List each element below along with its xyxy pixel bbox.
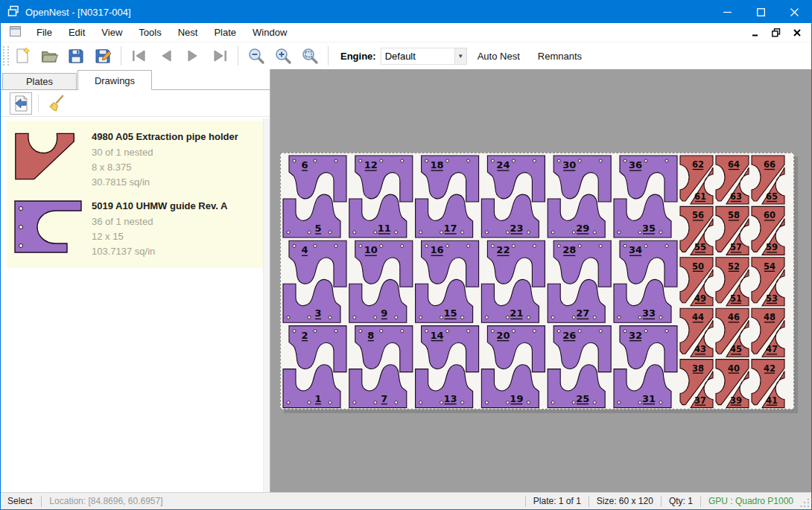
nest-pair-red[interactable]: 38 37 bbox=[680, 360, 713, 408]
drawing-nested-count: 36 of 1 nested bbox=[92, 214, 258, 229]
sidebar: Plates Drawings 4980 A05 Extraction pipe… bbox=[1, 69, 270, 492]
menu-item-window[interactable]: Window bbox=[244, 24, 295, 41]
drawing-item[interactable]: 4980 A05 Extraction pipe holder 30 of 1 … bbox=[10, 125, 261, 194]
nest-pair-purple[interactable]: 36 35 bbox=[614, 156, 677, 238]
nest-pair-purple[interactable]: 8 7 bbox=[349, 326, 413, 408]
menu-item-tools[interactable]: Tools bbox=[130, 24, 169, 41]
maximize-icon[interactable] bbox=[744, 1, 778, 23]
nest-pair-red[interactable]: 44 43 bbox=[680, 308, 713, 357]
plate-count-label: Plate: 1 of 1 bbox=[526, 496, 589, 506]
nest-pair-purple[interactable]: 22 21 bbox=[481, 240, 545, 322]
tab-plates[interactable]: Plates bbox=[2, 73, 77, 90]
menu-item-plate[interactable]: Plate bbox=[206, 24, 244, 41]
nest-pair-red[interactable]: 58 57 bbox=[716, 206, 749, 255]
toolbar-grip bbox=[3, 46, 9, 66]
nest-pair-purple[interactable]: 18 17 bbox=[416, 156, 479, 238]
menu-item-file[interactable]: File bbox=[28, 24, 60, 41]
first-plate-button[interactable] bbox=[126, 45, 153, 67]
nest-pair-red[interactable]: 62 61 bbox=[680, 156, 713, 204]
chevron-down-icon[interactable]: ▼ bbox=[455, 48, 467, 65]
nest-pair-red[interactable]: 54 53 bbox=[752, 258, 784, 306]
nest-pair-purple[interactable]: 20 19 bbox=[481, 326, 545, 408]
part-number: 23 bbox=[510, 223, 523, 234]
mdi-restore-icon[interactable] bbox=[771, 28, 781, 38]
mdi-minimize-icon[interactable] bbox=[750, 28, 761, 38]
qty-label: Qty: 1 bbox=[662, 496, 700, 506]
nest-pair-purple[interactable]: 30 29 bbox=[548, 156, 611, 238]
zoom-in-button[interactable] bbox=[270, 45, 296, 67]
close-icon[interactable] bbox=[778, 1, 811, 23]
drawing-title: 5019 A10 UHMW guide Rev. A bbox=[92, 200, 258, 211]
nest-pair-purple[interactable]: 14 13 bbox=[416, 326, 479, 408]
nest-pair-red[interactable]: 60 59 bbox=[752, 206, 784, 255]
auto-nest-button[interactable]: Auto Nest bbox=[470, 46, 527, 66]
nest-pair-purple[interactable]: 34 33 bbox=[614, 240, 677, 322]
zoom-out-button[interactable] bbox=[243, 45, 270, 67]
nest-pair-red[interactable]: 42 41 bbox=[752, 360, 784, 408]
tab-drawings[interactable]: Drawings bbox=[77, 70, 152, 90]
app-icon bbox=[7, 5, 19, 19]
engine-combobox[interactable]: Default ▼ bbox=[381, 48, 467, 65]
nest-pair-red[interactable]: 48 47 bbox=[752, 308, 784, 357]
nest-pair-purple[interactable]: 26 25 bbox=[548, 326, 611, 408]
menu-item-edit[interactable]: Edit bbox=[60, 24, 93, 41]
part-number: 18 bbox=[431, 159, 444, 170]
part-number: 64 bbox=[728, 159, 740, 170]
part-number: 16 bbox=[431, 244, 444, 255]
nest-pair-purple[interactable]: 10 9 bbox=[349, 240, 413, 322]
resize-grip[interactable] bbox=[801, 493, 811, 509]
last-plate-button[interactable] bbox=[206, 45, 233, 67]
plate[interactable]: 6 5 12 11 18 17 24 23 30 29 36 35 4 3 bbox=[280, 153, 794, 409]
nest-pair-purple[interactable]: 28 27 bbox=[548, 240, 611, 322]
nest-pair-red[interactable]: 64 63 bbox=[716, 156, 749, 204]
part-number: 36 bbox=[629, 159, 642, 170]
drawing-title: 4980 A05 Extraction pipe holder bbox=[92, 131, 258, 142]
nest-pair-red[interactable]: 46 45 bbox=[716, 308, 749, 357]
nest-pair-purple[interactable]: 4 3 bbox=[283, 240, 346, 322]
menu-item-view[interactable]: View bbox=[93, 24, 130, 41]
previous-plate-button[interactable] bbox=[153, 45, 180, 67]
next-plate-button[interactable] bbox=[180, 45, 206, 67]
part-number: 49 bbox=[694, 293, 706, 304]
location-label: Location: [84.8696, 60.6957] bbox=[42, 496, 170, 506]
menu-item-nest[interactable]: Nest bbox=[170, 24, 206, 41]
nest-pair-red[interactable]: 66 65 bbox=[752, 156, 784, 204]
nest-pair-red[interactable]: 52 51 bbox=[716, 258, 749, 306]
part-number: 48 bbox=[764, 312, 775, 322]
part-number: 7 bbox=[381, 393, 387, 404]
part-number: 42 bbox=[764, 363, 775, 374]
clear-drawings-button[interactable] bbox=[45, 92, 67, 115]
nest-pair-purple[interactable]: 6 5 bbox=[283, 156, 346, 238]
nest-pair-purple[interactable]: 12 11 bbox=[349, 156, 413, 238]
nest-pair-purple[interactable]: 2 1 bbox=[283, 326, 346, 408]
part-number: 2 bbox=[301, 330, 308, 341]
nest-pair-red[interactable]: 56 55 bbox=[680, 206, 713, 255]
document-icon bbox=[10, 26, 21, 39]
part-number: 52 bbox=[728, 261, 740, 272]
remnants-button[interactable]: Remnants bbox=[530, 46, 589, 66]
part-number: 35 bbox=[642, 223, 656, 234]
nest-pair-purple[interactable]: 16 15 bbox=[416, 240, 479, 322]
zoom-fit-button[interactable] bbox=[296, 45, 323, 67]
save-as-button[interactable] bbox=[89, 45, 116, 67]
part-number: 3 bbox=[314, 307, 321, 319]
part-number: 4 bbox=[301, 244, 308, 255]
nest-canvas[interactable]: 6 5 12 11 18 17 24 23 30 29 36 35 4 3 bbox=[270, 69, 811, 492]
plate-size-label: Size: 60 x 120 bbox=[589, 496, 661, 506]
open-button[interactable] bbox=[36, 45, 63, 67]
sidebar-scrollbar[interactable] bbox=[263, 118, 270, 492]
drawing-item[interactable]: 5019 A10 UHMW guide Rev. A 36 of 1 neste… bbox=[10, 194, 261, 264]
nest-pair-purple[interactable]: 32 31 bbox=[614, 326, 677, 408]
menu-bar: FileEditViewToolsNestPlateWindow bbox=[1, 23, 811, 42]
save-button[interactable] bbox=[63, 45, 89, 67]
mdi-close-icon[interactable] bbox=[792, 28, 802, 38]
nest-pair-red[interactable]: 40 39 bbox=[716, 360, 749, 408]
part-number: 58 bbox=[728, 210, 740, 220]
import-drawing-button[interactable] bbox=[10, 92, 32, 115]
nest-svg: 6 5 12 11 18 17 24 23 30 29 36 35 4 3 bbox=[281, 153, 795, 410]
minimize-icon[interactable] bbox=[711, 1, 744, 23]
new-button[interactable] bbox=[9, 45, 36, 67]
nest-pair-red[interactable]: 50 49 bbox=[680, 258, 713, 306]
engine-value[interactable]: Default bbox=[381, 48, 455, 65]
nest-pair-purple[interactable]: 24 23 bbox=[481, 156, 545, 238]
